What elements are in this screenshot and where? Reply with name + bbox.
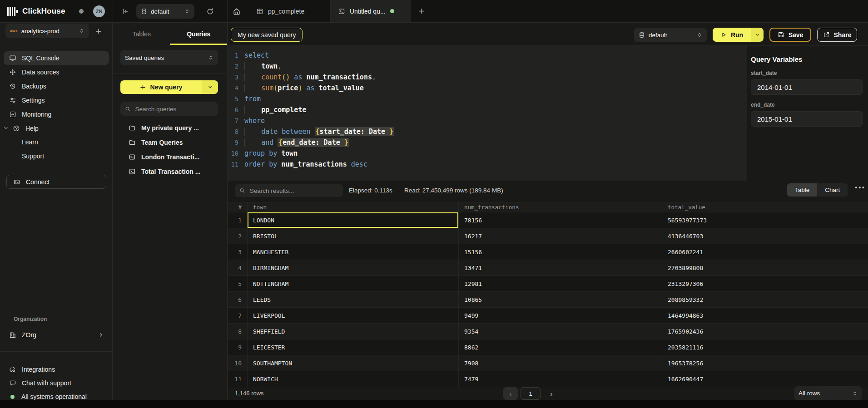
table-cell[interactable]: 1: [228, 212, 248, 228]
sidebar-item-settings[interactable]: Settings: [4, 93, 109, 107]
table-cell[interactable]: MANCHESTER: [248, 244, 459, 260]
start-date-input[interactable]: [751, 79, 863, 95]
sidebar-item-learn[interactable]: Learn: [4, 136, 109, 148]
query-list-item[interactable]: Total Transaction ...: [129, 166, 200, 177]
table-cell[interactable]: 2: [228, 228, 248, 244]
view-toggle-table[interactable]: Table: [787, 183, 817, 197]
table-cell[interactable]: 5: [228, 276, 248, 291]
code-line[interactable]: 10group by town: [228, 148, 747, 159]
next-page-button[interactable]: ›: [546, 387, 557, 400]
query-list-item[interactable]: London Transacti...: [129, 152, 199, 162]
sidebar-item-backups[interactable]: Backups: [4, 79, 109, 93]
share-button[interactable]: Share: [817, 28, 857, 42]
sidebar-item-monitoring[interactable]: Monitoring: [4, 108, 109, 121]
query-list-item[interactable]: My private query ...: [129, 123, 199, 133]
previous-page-button[interactable]: ‹: [503, 387, 518, 400]
table-cell[interactable]: 8: [228, 324, 248, 339]
table-cell[interactable]: 4: [228, 260, 248, 275]
home-icon[interactable]: [233, 7, 241, 15]
run-button-main[interactable]: Run: [713, 28, 751, 42]
column-header[interactable]: num_transactions: [459, 202, 662, 212]
table-cell[interactable]: 3: [228, 244, 248, 260]
code-line[interactable]: 4 sum(price) as total_value: [228, 83, 747, 93]
table-cell[interactable]: BIRMINGHAM: [248, 260, 459, 275]
table-cell[interactable]: 56593977373: [662, 212, 868, 228]
table-cell[interactable]: 2313297306: [662, 276, 868, 291]
table-cell[interactable]: 1765902436: [662, 324, 868, 339]
collapse-sidebar-icon[interactable]: [122, 8, 129, 15]
saved-query-tab[interactable]: My new saved query: [231, 28, 303, 42]
search-results-box[interactable]: [235, 184, 343, 197]
table-cell[interactable]: 11: [228, 371, 248, 387]
sql-editor[interactable]: 1select2 town,3 count() as num_transacti…: [228, 46, 747, 181]
tab-queries[interactable]: Queries: [170, 23, 228, 45]
table-cell[interactable]: LEICESTER: [248, 339, 459, 355]
table-cell[interactable]: 1965378256: [662, 355, 868, 371]
table-cell[interactable]: 7479: [459, 371, 662, 387]
refresh-icon[interactable]: [206, 8, 214, 15]
sidebar-item-data-sources[interactable]: Data sources: [4, 65, 109, 79]
table-cell[interactable]: 2660602241: [662, 244, 868, 260]
new-tab-button[interactable]: [410, 0, 433, 22]
table-cell[interactable]: 6: [228, 292, 248, 307]
organization-row[interactable]: ZOrg: [4, 328, 109, 342]
table-cell[interactable]: LEEDS: [248, 292, 459, 307]
table-cell[interactable]: 12981: [459, 276, 662, 291]
sidebar-item-chat-support[interactable]: Chat with support: [4, 377, 109, 389]
search-queries-input[interactable]: [134, 105, 214, 113]
page-size-selector[interactable]: All rows: [794, 386, 862, 400]
avatar[interactable]: ZN: [93, 5, 105, 17]
table-cell[interactable]: NOTTINGHAM: [248, 276, 459, 291]
code-line[interactable]: 1select: [228, 50, 747, 61]
table-cell[interactable]: 2703899808: [662, 260, 868, 275]
run-button[interactable]: Run: [713, 28, 764, 42]
sidebar-item-sql-console[interactable]: SQL Console: [4, 51, 109, 65]
run-database-selector[interactable]: default: [634, 28, 707, 42]
table-cell[interactable]: 9354: [459, 324, 662, 339]
current-page[interactable]: 1: [521, 387, 541, 400]
clickhouse-logo-icon[interactable]: [7, 7, 18, 16]
chevron-down-icon[interactable]: [3, 125, 9, 131]
run-dropdown[interactable]: [751, 28, 764, 42]
table-cell[interactable]: 10865: [459, 292, 662, 307]
search-queries-box[interactable]: [120, 102, 218, 116]
table-cell[interactable]: SHEFFIELD: [248, 324, 459, 339]
table-cell[interactable]: 2089859332: [662, 292, 868, 307]
tab-untitled-query[interactable]: Untitled qu...: [331, 0, 410, 22]
table-cell[interactable]: 4136446703: [662, 228, 868, 244]
column-header[interactable]: total_value: [662, 202, 868, 212]
table-cell[interactable]: BRISTOL: [248, 228, 459, 244]
table-cell[interactable]: SOUTHAMPTON: [248, 355, 459, 371]
table-cell[interactable]: 78156: [459, 212, 662, 228]
table-cell[interactable]: 15156: [459, 244, 662, 260]
search-results-input[interactable]: [249, 187, 338, 195]
add-service-button[interactable]: [94, 26, 104, 36]
table-cell[interactable]: 9499: [459, 308, 662, 323]
saved-queries-selector[interactable]: Saved queries: [120, 50, 218, 65]
code-line[interactable]: 7where: [228, 115, 747, 126]
table-cell[interactable]: 2035821116: [662, 339, 868, 355]
connect-button[interactable]: Connect: [6, 175, 106, 189]
table-cell[interactable]: 10: [228, 355, 248, 371]
code-line[interactable]: 2 town,: [228, 61, 747, 72]
table-cell[interactable]: 8862: [459, 339, 662, 355]
table-cell[interactable]: 9: [228, 339, 248, 355]
sidebar-item-integrations[interactable]: Integrations: [4, 364, 109, 375]
table-cell[interactable]: LONDON: [248, 212, 459, 228]
table-cell[interactable]: NORWICH: [248, 371, 459, 387]
topbar-database-selector[interactable]: default: [136, 4, 194, 19]
new-query-dropdown[interactable]: [202, 80, 218, 94]
tab-tables[interactable]: Tables: [113, 23, 170, 45]
table-cell[interactable]: 7908: [459, 355, 662, 371]
code-line[interactable]: 9 and {end_date: Date }: [228, 137, 747, 148]
save-button[interactable]: Save: [769, 28, 811, 42]
more-options-icon[interactable]: ●●●: [855, 185, 866, 190]
sidebar-item-help[interactable]: Help: [4, 122, 109, 135]
code-line[interactable]: 3 count() as num_transactions,: [228, 72, 747, 83]
code-line[interactable]: 6 pp_complete: [228, 104, 747, 115]
view-toggle-chart[interactable]: Chart: [817, 183, 848, 197]
column-header[interactable]: #: [228, 202, 248, 212]
sidebar-item-support[interactable]: Support: [4, 150, 109, 162]
end-date-input[interactable]: [751, 111, 863, 127]
tab-pp-complete[interactable]: pp_complete: [249, 0, 330, 22]
